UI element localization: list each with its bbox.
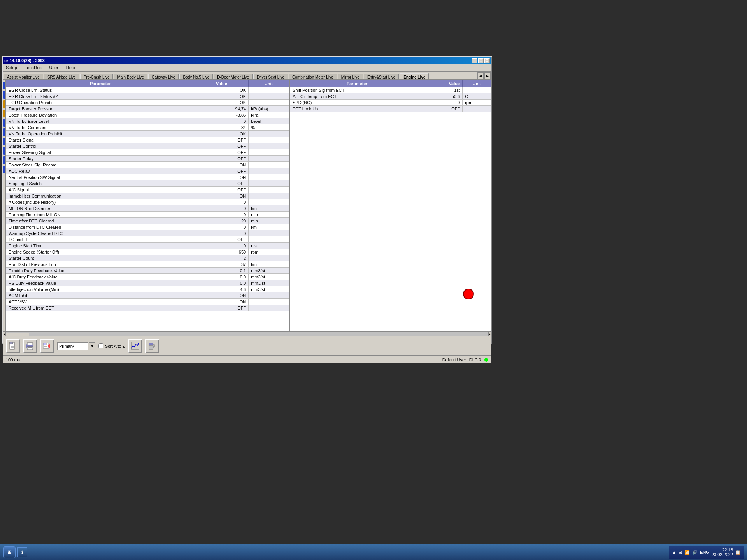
- left-unit-18: [249, 199, 289, 205]
- left-unit-4: kPa: [249, 112, 289, 118]
- horizontal-scrollbar[interactable]: ◄ ►: [3, 331, 491, 336]
- desktop: er 14.10.0(28) - 2093 _ □ X Setup TechDo…: [0, 0, 747, 560]
- left-value-30: 0,0: [195, 274, 248, 280]
- dlc-label: DLC 3: [469, 357, 481, 362]
- left-unit-34: [249, 299, 289, 305]
- left-table-row: Engine Start Time 0 ms: [6, 243, 289, 249]
- tab-gateway[interactable]: Gateway Live: [148, 74, 179, 80]
- tab-pre-crash[interactable]: Pre-Crash Live: [80, 74, 113, 80]
- left-table-row: Received MIL from ECT OFF: [6, 305, 289, 311]
- left-data-table: Parameter Value Unit EGR Close Lrn. Stat…: [6, 80, 289, 311]
- left-param-24: TC and TEI: [6, 236, 195, 243]
- maximize-button[interactable]: □: [478, 58, 484, 63]
- toolbar-btn-3[interactable]: [40, 339, 54, 353]
- tab-assist-monitor[interactable]: Assist Monitor Live: [4, 74, 43, 80]
- menu-user[interactable]: User: [48, 65, 60, 70]
- scrollbar-track[interactable]: [6, 332, 488, 336]
- indicator-2: [3, 91, 5, 99]
- tab-driver-seat[interactable]: Driver Seat Live: [253, 74, 288, 80]
- left-unit-19: km: [249, 205, 289, 212]
- right-header-value: Value: [424, 80, 462, 87]
- left-unit-29: mm3/st: [249, 268, 289, 274]
- left-unit-13: [249, 168, 289, 174]
- scrollbar-thumb[interactable]: [6, 332, 29, 336]
- tab-mirror[interactable]: Mirror Live: [338, 74, 363, 80]
- menu-setup[interactable]: Setup: [4, 65, 19, 70]
- tab-d-door-motor[interactable]: D-Door Motor Live: [214, 74, 253, 80]
- toolbar-btn-graph[interactable]: [128, 339, 142, 353]
- dlc-indicator: [484, 358, 488, 362]
- tray-volume[interactable]: 🔊: [692, 550, 698, 555]
- left-table-row: ACM Inhibit ON: [6, 292, 289, 299]
- print-icon: [25, 341, 35, 351]
- left-value-4: -3,86: [195, 112, 248, 118]
- left-value-27: 2: [195, 255, 248, 261]
- right-unit-1: C: [463, 93, 491, 100]
- primary-input[interactable]: [57, 342, 88, 350]
- toolbar-btn-1[interactable]: [6, 339, 20, 353]
- left-table-row: Running Time from MIL ON 0 min: [6, 212, 289, 218]
- left-param-31: PS Duty Feedback Value: [6, 280, 195, 286]
- left-value-13: OFF: [195, 168, 248, 174]
- tab-body-no5[interactable]: Body No.5 Live: [179, 74, 213, 80]
- tab-scroll-left[interactable]: ◄: [477, 72, 484, 79]
- taskbar-item-window[interactable]: ℹ: [17, 547, 27, 557]
- close-button[interactable]: X: [484, 58, 490, 63]
- left-table-row: Engine Speed (Starter Off) 650 rpm: [6, 249, 289, 255]
- scroll-right-btn[interactable]: ►: [488, 332, 491, 336]
- left-value-15: OFF: [195, 180, 248, 187]
- left-param-4: Boost Pressure Deviation: [6, 112, 195, 118]
- start-button[interactable]: ⊞: [3, 546, 16, 558]
- tab-engine[interactable]: Engine Live: [400, 73, 429, 80]
- tab-scroll-right[interactable]: ►: [484, 72, 491, 79]
- left-unit-14: [249, 174, 289, 180]
- right-value-2: 0: [424, 100, 462, 106]
- toolbar-btn-2[interactable]: [23, 339, 37, 353]
- left-param-29: Electric Duty Feedback Value: [6, 268, 195, 274]
- left-unit-25: ms: [249, 243, 289, 249]
- right-unit-2: rpm: [463, 100, 491, 106]
- dropdown-arrow-icon[interactable]: ▼: [89, 342, 95, 350]
- left-unit-17: [249, 193, 289, 199]
- left-param-14: Neutral Position SW Signal: [6, 174, 195, 180]
- left-table-row: Electric Duty Feedback Value 0,1 mm3/st: [6, 268, 289, 274]
- left-value-1: OK: [195, 93, 248, 100]
- tab-entry-start[interactable]: Entry&Start Live: [364, 74, 399, 80]
- svg-rect-9: [28, 348, 32, 348]
- left-unit-30: mm3/st: [249, 274, 289, 280]
- left-value-10: OFF: [195, 149, 248, 156]
- bottom-toolbar: ▼ Sort A to Z: [3, 336, 491, 355]
- tray-arrow[interactable]: ▲: [672, 550, 676, 555]
- toolbar-btn-fuel[interactable]: [145, 339, 159, 353]
- tab-srs-airbag[interactable]: SRS Airbag Live: [44, 74, 79, 80]
- right-table-row: ECT Lock Up OFF: [290, 106, 491, 112]
- menu-help[interactable]: Help: [65, 65, 77, 70]
- left-param-8: Starter Signal: [6, 137, 195, 143]
- right-table-container[interactable]: Parameter Value Unit Shift Position Sig …: [289, 80, 491, 331]
- left-param-10: Power Steering Signal: [6, 149, 195, 156]
- left-param-27: Starter Count: [6, 255, 195, 261]
- left-value-33: ON: [195, 292, 248, 299]
- left-table-row: VN Turbo Operation Prohibit OK: [6, 131, 289, 137]
- left-table-row: Power Steer. Sig. Record ON: [6, 162, 289, 168]
- tab-combination-meter[interactable]: Combination Meter Live: [289, 74, 337, 80]
- sort-checkbox[interactable]: [98, 343, 103, 348]
- left-table-row: VN Turbo Error Level 0 Level: [6, 118, 289, 124]
- left-value-2: OK: [195, 100, 248, 106]
- tab-main-body[interactable]: Main Body Live: [114, 74, 147, 80]
- left-unit-10: [249, 149, 289, 156]
- menu-techdoc[interactable]: TechDoc: [23, 65, 43, 70]
- left-table-row: VN Turbo Command 84 %: [6, 124, 289, 131]
- left-unit-12: [249, 162, 289, 168]
- left-value-5: 0: [195, 118, 248, 124]
- left-param-22: Distance from DTC Cleared: [6, 224, 195, 230]
- sort-checkbox-container: Sort A to Z: [98, 343, 125, 348]
- scroll-left-btn[interactable]: ◄: [3, 332, 6, 336]
- left-unit-20: min: [249, 212, 289, 218]
- left-table-container[interactable]: Parameter Value Unit EGR Close Lrn. Stat…: [6, 80, 289, 331]
- sort-label: Sort A to Z: [105, 344, 125, 348]
- right-value-0: 1st: [424, 87, 462, 93]
- record-button[interactable]: [463, 289, 474, 299]
- minimize-button[interactable]: _: [472, 58, 477, 63]
- left-value-28: 37: [195, 261, 248, 268]
